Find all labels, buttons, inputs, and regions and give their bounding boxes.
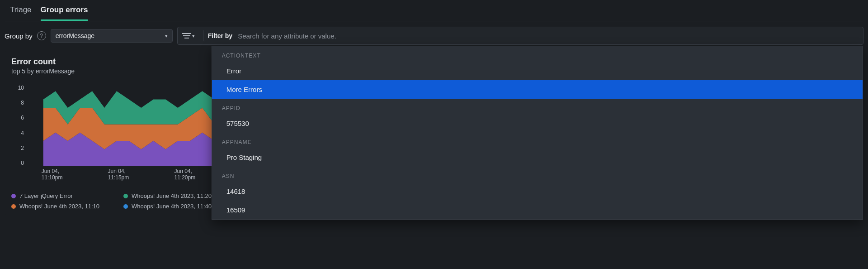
dropdown-item[interactable]: Pro Staging xyxy=(212,148,863,167)
legend-swatch xyxy=(11,194,16,198)
help-icon[interactable]: ? xyxy=(37,31,46,40)
legend-item[interactable]: Whoops! June 4th 2023, 11:10 xyxy=(11,203,120,210)
legend-swatch xyxy=(11,204,16,209)
groupby-select[interactable]: errorMessage ▾ xyxy=(51,29,173,43)
tab-group-errors[interactable]: Group errors xyxy=(41,3,88,21)
toolbar: Group by ? errorMessage ▾ ▾ Filter by AC… xyxy=(5,21,863,49)
dropdown-item[interactable]: 14618 xyxy=(212,182,863,201)
x-tick: Jun 04,11:10pm xyxy=(42,168,63,181)
filter-icon[interactable] xyxy=(182,32,191,39)
y-tick: 0 xyxy=(11,160,27,166)
legend-label: Whoops! June 4th 2023, 11:40 xyxy=(132,203,212,210)
y-tick: 10 xyxy=(11,85,27,91)
filter-input[interactable] xyxy=(237,32,859,40)
filterby-label: Filter by xyxy=(208,32,232,39)
tab-bar: Triage Group errors xyxy=(5,0,863,21)
dropdown-section-header: ASN xyxy=(212,167,863,182)
y-axis: 1086420 xyxy=(11,85,27,166)
dropdown-section-header: APPID xyxy=(212,99,863,114)
legend-label: Whoops! June 4th 2023, 11:20 xyxy=(132,192,212,199)
chevron-down-icon[interactable]: ▾ xyxy=(192,33,195,39)
filter-dropdown: ACTIONTEXTErrorMore ErrorsAPPID575530APP… xyxy=(212,46,863,220)
chevron-down-icon: ▾ xyxy=(165,33,168,39)
legend-label: Whoops! June 4th 2023, 11:10 xyxy=(19,203,99,210)
tab-triage[interactable]: Triage xyxy=(10,3,32,21)
y-tick: 2 xyxy=(11,145,27,151)
legend-item[interactable]: 7 Layer jQuery Error xyxy=(11,192,120,199)
groupby-label: Group by xyxy=(5,32,33,40)
separator xyxy=(203,30,203,41)
y-tick: 8 xyxy=(11,100,27,106)
dropdown-section-header: APPNAME xyxy=(212,133,863,148)
groupby-value: errorMessage xyxy=(56,32,94,39)
dropdown-item[interactable]: More Errors xyxy=(212,80,863,99)
dropdown-section-header: ACTIONTEXT xyxy=(212,46,863,62)
filter-bar: ▾ Filter by ACTIONTEXTErrorMore ErrorsAP… xyxy=(177,27,863,45)
legend-label: 7 Layer jQuery Error xyxy=(19,192,73,199)
x-tick: Jun 04,11:15pm xyxy=(108,168,129,181)
legend-swatch xyxy=(123,194,128,198)
y-tick: 4 xyxy=(11,130,27,136)
x-tick: Jun 04,11:20pm xyxy=(174,168,195,181)
dropdown-item[interactable]: 575530 xyxy=(212,114,863,133)
dropdown-item[interactable]: Error xyxy=(212,62,863,80)
dropdown-item[interactable]: 16509 xyxy=(212,201,863,219)
legend-swatch xyxy=(123,204,128,209)
y-tick: 6 xyxy=(11,115,27,121)
